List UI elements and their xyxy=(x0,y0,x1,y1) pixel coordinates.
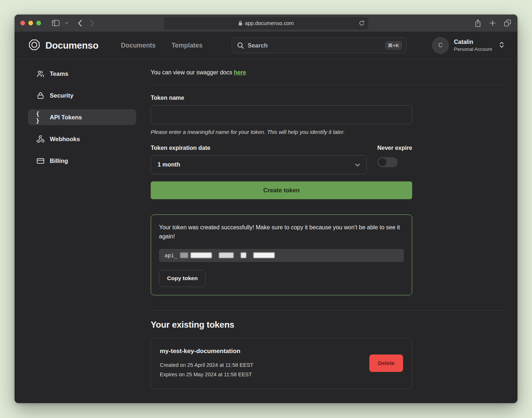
nav-documents[interactable]: Documents xyxy=(121,42,155,49)
token-created-date: Created on 25 April 2024 at 11:58 EEST xyxy=(160,360,253,370)
search-icon xyxy=(237,42,244,49)
token-name-label: Token name xyxy=(151,95,412,101)
search-box[interactable]: ⌘+K xyxy=(232,37,407,53)
zoom-window-button[interactable] xyxy=(36,21,41,25)
search-shortcut-badge: ⌘+K xyxy=(385,41,402,50)
lock-icon xyxy=(36,91,45,100)
token-prefix: api_ xyxy=(165,253,177,258)
divider xyxy=(151,85,505,85)
traffic-lights xyxy=(20,21,41,25)
sidebar-item-label: Webhooks xyxy=(50,136,80,143)
address-bar[interactable]: app.documenso.com xyxy=(164,17,368,29)
settings-sidebar: Teams Security { } API Tokens xyxy=(28,66,136,389)
back-button[interactable] xyxy=(78,20,82,27)
sidebar-item-label: Security xyxy=(50,92,73,99)
expiration-select[interactable]: 1 month xyxy=(151,155,367,174)
app-body: Teams Security { } API Tokens xyxy=(15,59,517,389)
browser-window: app.documenso.com xyxy=(15,15,517,403)
chevron-down-icon xyxy=(355,161,360,168)
account-name: Catalin xyxy=(454,38,492,46)
swagger-docs-link[interactable]: here xyxy=(234,69,246,75)
token-card-name: my-test-key-documentation xyxy=(160,348,253,355)
toggle-thumb xyxy=(378,158,386,166)
share-icon[interactable] xyxy=(475,19,481,27)
delete-token-button[interactable]: Delete xyxy=(369,355,403,372)
sidebar-item-label: Teams xyxy=(50,70,68,77)
url-text: app.documenso.com xyxy=(245,20,294,26)
sidebar-item-api-tokens[interactable]: { } API Tokens xyxy=(28,109,136,125)
token-expires-date: Expires on 25 May 2024 at 11:58 EEST xyxy=(160,370,253,379)
sidebar-item-webhooks[interactable]: Webhooks xyxy=(28,131,136,147)
token-name-input[interactable] xyxy=(151,105,412,124)
brand[interactable]: Documenso xyxy=(28,38,98,53)
nav-templates[interactable]: Templates xyxy=(171,42,202,49)
credit-card-icon xyxy=(36,157,45,165)
new-tab-icon[interactable] xyxy=(490,20,496,26)
avatar: C xyxy=(432,37,449,54)
sidebar-item-label: Billing xyxy=(50,157,68,164)
users-icon xyxy=(36,70,45,78)
sidebar-item-billing[interactable]: Billing xyxy=(28,153,136,169)
token-value-field[interactable]: api_ xyxy=(159,249,404,262)
account-type: Personal Account xyxy=(454,46,492,53)
brand-name: Documenso xyxy=(45,40,98,51)
sidebar-toggle-icon[interactable] xyxy=(52,20,60,26)
redacted-token xyxy=(180,253,275,258)
braces-icon: { } xyxy=(36,110,45,124)
token-expiration-label: Token expiration date xyxy=(151,145,367,151)
existing-tokens-heading: Your existing tokens xyxy=(151,320,505,330)
tab-group-chevron-icon[interactable] xyxy=(62,20,68,26)
browser-toolbar: app.documenso.com xyxy=(15,15,517,32)
sidebar-item-security[interactable]: Security xyxy=(28,87,136,103)
divider xyxy=(151,310,505,311)
token-name-helper: Please enter a meaningful name for your … xyxy=(151,129,412,135)
token-created-message: Your token was created successfully! Mak… xyxy=(159,223,404,241)
search-input[interactable] xyxy=(248,42,381,49)
never-expire-label: Never expire xyxy=(377,145,412,151)
expiration-selected-value: 1 month xyxy=(158,161,180,168)
token-card: my-test-key-documentation Created on 25 … xyxy=(151,338,412,389)
swagger-docs-text: You can view our swagger docs here xyxy=(151,69,505,76)
webhook-icon xyxy=(36,135,45,143)
copy-token-button[interactable]: Copy token xyxy=(159,270,206,287)
sidebar-item-label: API Tokens xyxy=(50,114,82,121)
minimize-window-button[interactable] xyxy=(28,21,33,25)
create-token-button[interactable]: Create token xyxy=(151,181,412,199)
close-window-button[interactable] xyxy=(20,21,25,25)
app-header: Documenso Documents Templates ⌘+K C Cata… xyxy=(15,32,517,59)
documenso-logo-icon xyxy=(28,38,41,53)
lock-icon xyxy=(238,21,242,26)
sidebar-item-teams[interactable]: Teams xyxy=(28,66,136,82)
toolbar-right-actions xyxy=(475,19,511,27)
api-tokens-main: You can view our swagger docs here Token… xyxy=(151,66,505,389)
account-menu[interactable]: C Catalin Personal Account xyxy=(432,37,504,54)
never-expire-toggle[interactable] xyxy=(377,157,398,167)
tab-overview-icon[interactable] xyxy=(504,20,511,26)
chevron-up-down-icon xyxy=(499,41,504,50)
top-nav: Documents Templates xyxy=(121,42,203,49)
reload-icon[interactable] xyxy=(359,20,364,26)
token-created-box: Your token was created successfully! Mak… xyxy=(151,214,412,295)
forward-button[interactable] xyxy=(90,20,94,27)
